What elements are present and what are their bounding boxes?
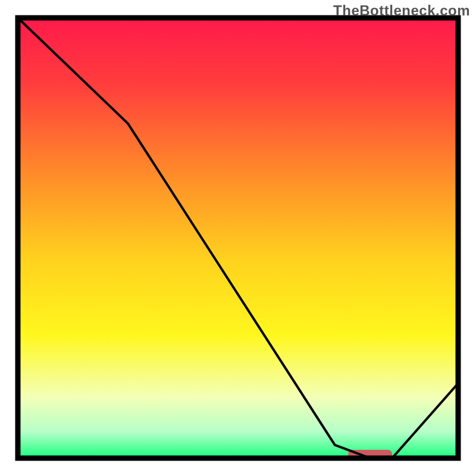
bottleneck-chart (0, 0, 476, 476)
plot-background (18, 18, 458, 458)
watermark-text: TheBottleneck.com (333, 2, 470, 19)
chart-container: TheBottleneck.com (0, 0, 476, 476)
